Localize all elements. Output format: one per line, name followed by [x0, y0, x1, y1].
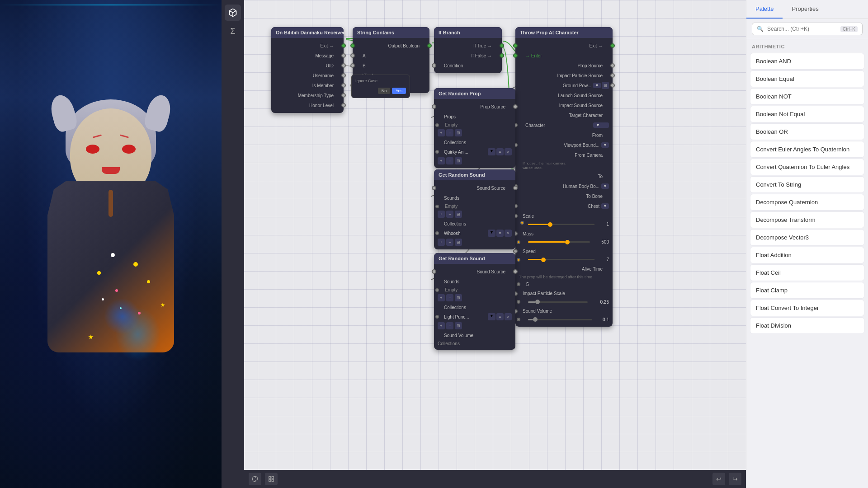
port-ismember-out[interactable]: [341, 83, 346, 88]
impact-scale-port[interactable]: [517, 300, 520, 304]
col1-grid-btn[interactable]: ⊞: [455, 239, 462, 246]
dialog-yes-btn[interactable]: Yes: [392, 88, 406, 94]
ground-pow-dropdown[interactable]: ▼: [593, 83, 601, 88]
port-username-out[interactable]: [341, 73, 346, 78]
port-sound-src1-out[interactable]: [513, 186, 518, 190]
collection-close-btn[interactable]: ×: [505, 148, 512, 155]
col2-add-btn[interactable]: +: [438, 322, 445, 329]
palette-item-12[interactable]: Float Ceil: [750, 264, 864, 281]
sounds1-port[interactable]: [435, 205, 439, 208]
search-input[interactable]: [767, 26, 837, 32]
scale-port[interactable]: [520, 221, 524, 225]
port-a-in[interactable]: [350, 53, 355, 58]
impact-scale-track[interactable]: [528, 301, 588, 303]
mass-track[interactable]: [528, 241, 590, 243]
col2-remove-btn[interactable]: −: [446, 322, 453, 329]
port-membertype-out[interactable]: [341, 93, 346, 98]
port-output-bool-out[interactable]: [427, 43, 432, 48]
palette-item-5[interactable]: Convert Euler Angles To Quaternion: [750, 141, 864, 158]
humanbody-dropdown[interactable]: ▼: [601, 183, 609, 189]
port-honorlevel-out[interactable]: [341, 103, 346, 108]
whoosh-close-btn[interactable]: ×: [505, 230, 512, 237]
impact-scale-thumb[interactable]: [535, 300, 540, 304]
canvas-area[interactable]: On Bilibili Danmaku Received Exit → Mess…: [244, 0, 746, 470]
sounds2-add-btn[interactable]: +: [438, 294, 445, 301]
cube-toolbar-btn[interactable]: [225, 5, 241, 21]
lightpunc-close-btn[interactable]: ×: [505, 313, 512, 320]
copy-btn[interactable]: ⊞: [602, 82, 609, 89]
dialog-no-btn[interactable]: No: [378, 88, 391, 94]
node-if-branch[interactable]: If Branch If True → If False → Condition: [434, 27, 502, 73]
alive-port[interactable]: [517, 282, 520, 286]
port-groundpow-out[interactable]: [610, 83, 615, 88]
viewport-dropdown[interactable]: ▼: [601, 142, 609, 148]
col1-remove-btn[interactable]: −: [446, 239, 453, 246]
tab-properties[interactable]: Properties: [783, 0, 827, 19]
undo-btn[interactable]: ↩: [712, 473, 725, 485]
palette-item-7[interactable]: Convert To String: [750, 176, 864, 193]
sounds2-grid-btn[interactable]: ⊞: [455, 294, 462, 301]
port-prop-src-in[interactable]: [432, 104, 436, 109]
sounds1-remove-btn[interactable]: −: [446, 211, 453, 218]
port-uid-out[interactable]: [341, 63, 346, 68]
port-iffalse-out[interactable]: [500, 53, 504, 58]
lightpunc-dropdown-btn[interactable]: ▼: [488, 313, 495, 320]
palette-item-8[interactable]: Decompose Quaternion: [750, 194, 864, 211]
scale-track[interactable]: [528, 224, 594, 225]
paint-btn[interactable]: [249, 473, 261, 485]
speed-track[interactable]: [528, 259, 594, 260]
port-message-out[interactable]: [341, 53, 346, 58]
palette-item-1[interactable]: Boolean Equal: [750, 70, 864, 87]
redo-btn[interactable]: ↪: [729, 473, 741, 485]
palette-item-10[interactable]: Decompose Vector3: [750, 229, 864, 246]
character-dropdown[interactable]: ▼: [593, 122, 609, 128]
palette-item-9[interactable]: Decompose Transform: [750, 211, 864, 228]
port-exit-in[interactable]: [513, 43, 518, 48]
whoosh-port[interactable]: [435, 231, 439, 235]
lightpunc-port[interactable]: [435, 315, 439, 319]
port-output-bool-in[interactable]: [350, 43, 355, 48]
port-exit-out2[interactable]: [610, 43, 615, 48]
chest-dropdown[interactable]: ▼: [601, 203, 609, 209]
node-bilibili[interactable]: On Bilibili Danmaku Received Exit → Mess…: [271, 27, 344, 113]
palette-item-4[interactable]: Boolean OR: [750, 123, 864, 140]
collections-remove-btn[interactable]: −: [446, 157, 453, 164]
col1-add-btn[interactable]: +: [438, 239, 445, 246]
palette-item-15[interactable]: Float Division: [750, 317, 864, 334]
port-enter-in[interactable]: [513, 53, 518, 58]
node-throw-prop[interactable]: Throw Prop At Character Exit → → Enter P…: [515, 27, 613, 327]
port-impact-out[interactable]: [610, 73, 615, 78]
scale-thumb[interactable]: [548, 222, 552, 227]
whoosh-dropdown-btn[interactable]: ▼: [488, 230, 495, 237]
palette-item-0[interactable]: Boolean AND: [750, 53, 864, 70]
speed-thumb[interactable]: [541, 258, 546, 262]
palette-item-14[interactable]: Float Convert To Integer: [750, 300, 864, 316]
palette-item-6[interactable]: Convert Quaternion To Euler Angles: [750, 159, 864, 175]
speed-port[interactable]: [517, 258, 520, 262]
port-condition-in[interactable]: [432, 63, 436, 68]
port-sound-src1-in[interactable]: [432, 186, 436, 190]
collection-dropdown-btn[interactable]: ▼: [488, 148, 495, 155]
port-b-in[interactable]: [350, 63, 355, 68]
port-iftrue-out[interactable]: [500, 43, 504, 48]
node-random-prop[interactable]: Get Random Prop Prop Source Props Empty …: [434, 88, 515, 168]
node-random-sound2[interactable]: Get Random Sound Sound Source Sounds Emp…: [434, 253, 515, 350]
col2-grid-btn[interactable]: ⊞: [455, 322, 462, 329]
port-sound-src2-in[interactable]: [432, 269, 436, 274]
port-exit-out[interactable]: [341, 43, 346, 48]
sounds2-remove-btn[interactable]: −: [446, 294, 453, 301]
layout-btn[interactable]: [265, 473, 278, 485]
palette-item-13[interactable]: Float Clamp: [750, 282, 864, 299]
sound-vol-thumb[interactable]: [533, 317, 538, 322]
sounds1-grid-btn[interactable]: ⊞: [455, 211, 462, 218]
port-speed-in[interactable]: [513, 249, 518, 253]
port-propsource-out[interactable]: [610, 63, 615, 68]
props-grid-btn[interactable]: ⊞: [455, 129, 462, 136]
tab-palette[interactable]: Palette: [746, 0, 783, 19]
mass-thumb[interactable]: [565, 240, 570, 244]
lightpunc-list-btn[interactable]: ≡: [496, 313, 504, 320]
sigma-toolbar-btn[interactable]: Σ: [225, 23, 241, 39]
collection-list-btn[interactable]: ≡: [496, 148, 504, 155]
palette-item-2[interactable]: Boolean NOT: [750, 88, 864, 105]
port-prop-src-out[interactable]: [513, 104, 518, 109]
